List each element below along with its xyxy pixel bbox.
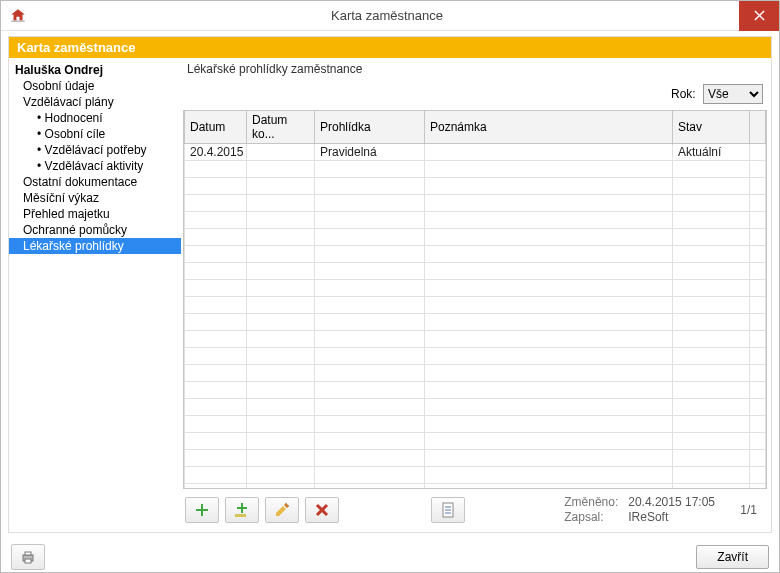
sidebar: Haluška OndrejOsobní údajeVzdělávací plá… bbox=[9, 58, 181, 532]
window-close-button[interactable] bbox=[739, 1, 779, 31]
cell-datum: 20.4.2015 bbox=[185, 144, 247, 161]
sidebar-item[interactable]: Osobní cíle bbox=[9, 126, 181, 142]
col-stav[interactable]: Stav bbox=[673, 111, 750, 144]
sidebar-item[interactable]: Vzdělávací aktivity bbox=[9, 158, 181, 174]
main-panel: Lékařské prohlídky zaměstnance Rok: Vše … bbox=[181, 58, 771, 532]
document-button[interactable] bbox=[431, 497, 465, 523]
col-poznamka[interactable]: Poznámka bbox=[425, 111, 673, 144]
table-row-empty bbox=[185, 161, 766, 178]
window-title: Karta zaměstnance bbox=[35, 8, 739, 23]
meta-info: Změněno: Zapsal: 20.4.2015 17:05 IReSoft bbox=[564, 495, 727, 526]
table-row-empty bbox=[185, 399, 766, 416]
svg-rect-8 bbox=[25, 559, 31, 563]
table-header-row: Datum Datum ko... Prohlídka Poznámka Sta… bbox=[185, 111, 766, 144]
table-row-empty bbox=[185, 467, 766, 484]
svg-rect-0 bbox=[11, 20, 25, 22]
meta-changed-value: 20.4.2015 17:05 bbox=[628, 495, 715, 511]
page-count: 1/1 bbox=[733, 503, 763, 517]
data-table: Datum Datum ko... Prohlídka Poznámka Sta… bbox=[183, 110, 767, 489]
sidebar-item[interactable]: Ochranné pomůcky bbox=[9, 222, 181, 238]
table-row-empty bbox=[185, 195, 766, 212]
table-row-empty bbox=[185, 348, 766, 365]
table-row-empty bbox=[185, 365, 766, 382]
meta-changed-label: Změněno: bbox=[564, 495, 618, 511]
table-row-empty bbox=[185, 263, 766, 280]
table-row-empty bbox=[185, 382, 766, 399]
app-icon bbox=[9, 7, 27, 25]
titlebar: Karta zaměstnance bbox=[1, 1, 779, 31]
year-select[interactable]: Vše bbox=[703, 84, 763, 104]
sidebar-item[interactable]: Měsíční výkaz bbox=[9, 190, 181, 206]
print-button[interactable] bbox=[11, 544, 45, 570]
col-datum[interactable]: Datum bbox=[185, 111, 247, 144]
table-row-empty bbox=[185, 416, 766, 433]
delete-button[interactable] bbox=[305, 497, 339, 523]
table-row-empty bbox=[185, 297, 766, 314]
meta-author-value: IReSoft bbox=[628, 510, 715, 526]
table-row[interactable]: 20.4.2015PravidelnáAktuální bbox=[185, 144, 766, 161]
cell-prohlidka: Pravidelná bbox=[315, 144, 425, 161]
sidebar-item[interactable]: Osobní údaje bbox=[9, 78, 181, 94]
header-bar: Karta zaměstnance bbox=[9, 37, 771, 58]
sidebar-item[interactable]: Lékařské prohlídky bbox=[9, 238, 181, 254]
table-row-empty bbox=[185, 280, 766, 297]
table-row-empty bbox=[185, 433, 766, 450]
sidebar-item[interactable]: Přehled majetku bbox=[9, 206, 181, 222]
table-row-empty bbox=[185, 178, 766, 195]
col-scroll-spacer bbox=[750, 111, 766, 144]
table-row-empty bbox=[185, 450, 766, 467]
edit-button[interactable] bbox=[265, 497, 299, 523]
cell-poznamka bbox=[425, 144, 673, 161]
sidebar-item[interactable]: Ostatní dokumentace bbox=[9, 174, 181, 190]
cell-stav: Aktuální bbox=[673, 144, 750, 161]
table-row-empty bbox=[185, 229, 766, 246]
svg-rect-1 bbox=[235, 514, 246, 517]
add-button[interactable] bbox=[185, 497, 219, 523]
col-prohlidka[interactable]: Prohlídka bbox=[315, 111, 425, 144]
year-label: Rok: bbox=[671, 87, 696, 101]
table-row-empty bbox=[185, 246, 766, 263]
toolbar: Změněno: Zapsal: 20.4.2015 17:05 IReSoft… bbox=[181, 489, 767, 532]
sidebar-item[interactable]: Hodnocení bbox=[9, 110, 181, 126]
add-from-button[interactable] bbox=[225, 497, 259, 523]
sidebar-root[interactable]: Haluška Ondrej bbox=[9, 62, 181, 78]
col-datum-ko[interactable]: Datum ko... bbox=[247, 111, 315, 144]
page-title: Lékařské prohlídky zaměstnance bbox=[187, 62, 767, 76]
footer: Zavřít bbox=[1, 538, 779, 573]
table-row-empty bbox=[185, 212, 766, 229]
cell-datum_ko bbox=[247, 144, 315, 161]
sidebar-item[interactable]: Vzdělávací potřeby bbox=[9, 142, 181, 158]
close-button[interactable]: Zavřít bbox=[696, 545, 769, 569]
sidebar-item[interactable]: Vzdělávací plány bbox=[9, 94, 181, 110]
table-row-empty bbox=[185, 331, 766, 348]
meta-author-label: Zapsal: bbox=[564, 510, 618, 526]
table-row-empty bbox=[185, 314, 766, 331]
svg-rect-7 bbox=[25, 552, 31, 555]
